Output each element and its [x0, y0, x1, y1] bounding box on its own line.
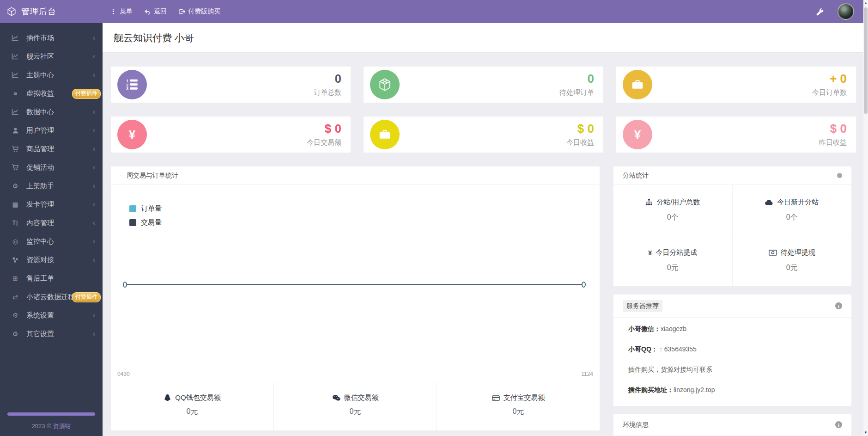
- briefcase-icon: [370, 120, 400, 149]
- stat-value: $ 0: [566, 123, 594, 135]
- stat-value: + 0: [812, 73, 847, 85]
- substation-cell-value: 0元: [667, 263, 679, 273]
- sidebar-item-label: 监控中心: [26, 237, 54, 246]
- sidebar-item-monitor-center[interactable]: ◎ 监控中心 ‹: [0, 232, 103, 251]
- stat-label: 今日订单数: [812, 88, 847, 97]
- server-recommend-panel: 服务器推荐 i 小哥微信：xiaogezb 小哥QQ：：635649355 插件…: [613, 295, 851, 406]
- yen-icon: ¥: [623, 120, 652, 149]
- sidebar-item-data-migration[interactable]: ⇄ 小诸云数据迁移 付费插件: [0, 288, 103, 306]
- grid-icon: ▦: [11, 201, 19, 208]
- legend-item-orders[interactable]: 订单量: [129, 204, 162, 213]
- chevron-left-icon: ‹: [93, 163, 95, 172]
- server-panel-header: 服务器推荐 i: [613, 295, 851, 318]
- stat-card-pending-orders: 0 待处理订单: [364, 67, 603, 103]
- legend-item-trades[interactable]: 交易量: [129, 218, 162, 227]
- sidebar-item-plugin-market[interactable]: 插件市场 ‹: [0, 29, 103, 47]
- sidebar-item-label: 内容管理: [26, 219, 54, 227]
- menu-label: 菜单: [120, 7, 133, 16]
- paid-version-buy-button[interactable]: 付费版购买: [179, 7, 220, 16]
- stat-value: $ 0: [819, 123, 847, 135]
- sidebar-item-label: 发卡管理: [26, 200, 54, 209]
- sidebar-item-theme-center[interactable]: 主题中心 ‹: [0, 66, 103, 84]
- sidebar-item-label: 上架助手: [26, 182, 54, 190]
- back-button[interactable]: 返回: [145, 7, 167, 16]
- datazoom-handle-right[interactable]: [582, 282, 586, 288]
- chart-legend: 订单量 交易量: [129, 204, 162, 232]
- menu-button[interactable]: ⋮ 菜单: [110, 7, 133, 16]
- wechat-icon: [332, 394, 340, 401]
- info-icon[interactable]: i: [835, 421, 842, 428]
- sidebar-item-resource-docking[interactable]: 资源对接 ‹: [0, 251, 103, 269]
- main-content: 舰云知识付费 小哥 123 0 订单总数 0 待处理订单: [103, 23, 868, 436]
- sidebar-item-label: 售后工单: [26, 274, 54, 283]
- sidebar-item-virtual-income[interactable]: ≡ 虚拟收益 付费插件: [0, 84, 103, 103]
- substation-stats-panel: 分站统计 分站/用户总数 0个: [613, 166, 851, 286]
- environment-panel-header: 环境信息 i: [613, 414, 851, 436]
- server-row-value: 插件购买，货源对接均可联系: [628, 366, 712, 373]
- payment-value: 0元: [437, 407, 600, 417]
- chevron-left-icon: ‹: [93, 108, 95, 116]
- sidebar-item-other-settings[interactable]: ⚙ 其它设置 ‹: [0, 325, 103, 343]
- scrollbar-thumb[interactable]: [864, 7, 868, 114]
- substation-cell-label: 待处理提现: [781, 248, 815, 257]
- sidebar-item-listing-helper[interactable]: ⚙ 上架助手 ‹: [0, 177, 103, 195]
- server-row-wechat: 小哥微信：xiaogezb: [628, 325, 841, 333]
- legend-swatch-orders: [129, 205, 136, 212]
- payment-value: 0元: [111, 407, 273, 417]
- site-link[interactable]: 资源站: [53, 423, 71, 430]
- sidebar-scroll-thumb[interactable]: [7, 412, 95, 416]
- scroll-up-arrow-icon[interactable]: ▲: [863, 0, 868, 6]
- stat-label: 订单总数: [314, 88, 341, 97]
- list-icon: ≡: [11, 90, 19, 97]
- user-avatar[interactable]: [838, 3, 854, 20]
- svg-text:3: 3: [126, 86, 128, 91]
- chevron-left-icon: ‹: [93, 182, 95, 190]
- substation-title: 分站统计: [623, 172, 649, 180]
- sidebar-item-label: 其它设置: [26, 330, 54, 338]
- sidebar-item-label: 商品管理: [26, 145, 54, 154]
- datazoom-handle-left[interactable]: [123, 282, 127, 288]
- text-icon: T|: [11, 220, 19, 226]
- yen-icon: ¥: [117, 120, 147, 149]
- sidebar-item-content-management[interactable]: T| 内容管理 ‹: [0, 214, 103, 232]
- sidebar-item-user-management[interactable]: 用户管理 ‹: [0, 121, 103, 140]
- copyright-year: 2023 ©: [32, 423, 51, 430]
- user-icon: [11, 127, 19, 134]
- stat-card-today-trade-amount: ¥ $ 0 今日交易额: [111, 117, 351, 153]
- sidebar-item-data-center[interactable]: 数据中心 ‹: [0, 103, 103, 121]
- chevron-left-icon: ‹: [93, 52, 95, 61]
- substation-panel-header: 分站统计: [613, 166, 851, 185]
- sitemap-icon: [645, 198, 653, 206]
- stat-value: $ 0: [307, 123, 341, 135]
- wrench-icon[interactable]: [816, 8, 824, 16]
- sidebar-item-promotions[interactable]: 促销活动 ‹: [0, 158, 103, 177]
- right-column: 分站统计 分站/用户总数 0个: [613, 166, 851, 436]
- copyright: 2023 © 资源站: [0, 422, 103, 430]
- chevron-left-icon: ‹: [93, 330, 95, 338]
- sidebar-item-label: 小诸云数据迁移: [26, 293, 75, 301]
- app-brand[interactable]: 管理后台: [0, 6, 103, 17]
- payment-label: 微信交易额: [344, 393, 379, 402]
- sidebar-item-product-management[interactable]: 商品管理 ‹: [0, 140, 103, 158]
- banknote-icon: [769, 250, 777, 256]
- info-icon[interactable]: i: [835, 302, 842, 309]
- credit-card-icon: [492, 395, 500, 401]
- transfer-icon: ⇄: [11, 293, 19, 301]
- legend-label: 订单量: [141, 204, 162, 213]
- server-row-label: 小哥微信：: [628, 325, 661, 332]
- sidebar-item-community[interactable]: 舰云社区 ‹: [0, 47, 103, 66]
- environment-info-panel: 环境信息 i: [613, 414, 851, 436]
- chevron-left-icon: ‹: [93, 71, 95, 79]
- stat-card-today-profit: $ 0 今日收益: [364, 117, 603, 153]
- sidebar-item-label: 数据中心: [26, 108, 54, 117]
- sidebar-item-system-settings[interactable]: ⚙ 系统设置 ‹: [0, 306, 103, 325]
- scroll-down-arrow-icon[interactable]: ▼: [863, 430, 868, 436]
- chevron-left-icon: ‹: [93, 126, 95, 135]
- sidebar-item-aftersale-tickets[interactable]: ⊞ 售后工单: [0, 269, 103, 288]
- chart-line-icon: [11, 34, 19, 42]
- chevron-left-icon: ‹: [93, 311, 95, 319]
- sidebar-item-card-management[interactable]: ▦ 发卡管理 ‹: [0, 195, 103, 214]
- chevron-left-icon: ‹: [93, 200, 95, 209]
- substation-cell-label: 分站/用户总数: [656, 198, 700, 207]
- topbar-nav: ⋮ 菜单 返回 付费版购买: [103, 7, 220, 16]
